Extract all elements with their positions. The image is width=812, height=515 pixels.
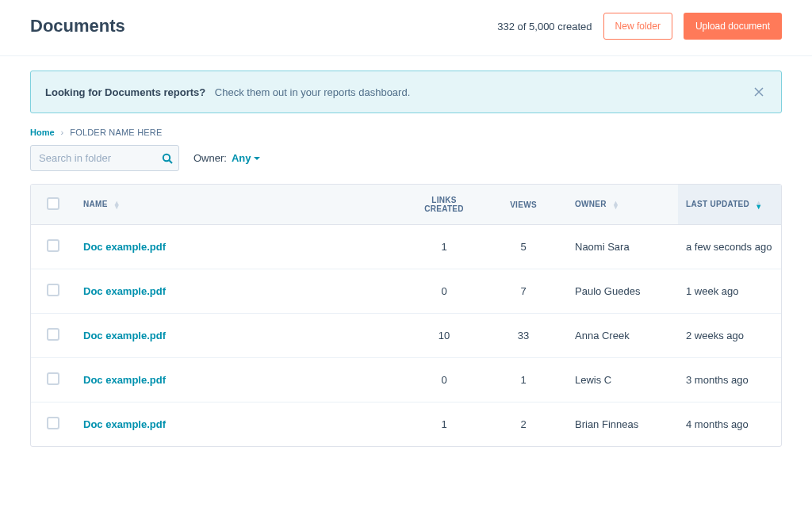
row-updated-cell: 3 months ago: [678, 358, 781, 402]
header-checkbox-cell: [31, 185, 75, 225]
row-views-cell: 1: [480, 358, 567, 402]
row-links-cell: 10: [408, 314, 480, 358]
search-input[interactable]: [30, 145, 179, 171]
banner-rest: Check them out in your reports dashboard…: [215, 86, 410, 98]
header-actions: 332 of 5,000 created New folder Upload d…: [497, 13, 782, 40]
row-updated-cell: 4 months ago: [678, 402, 781, 446]
row-checkbox[interactable]: [47, 284, 59, 296]
column-name-label: NAME: [83, 200, 108, 208]
column-updated-label: LAST UPDATED: [686, 200, 749, 208]
select-all-checkbox[interactable]: [47, 197, 59, 210]
row-checkbox[interactable]: [47, 372, 59, 385]
svg-point-0: [163, 154, 170, 160]
table-row: Doc example.pdf 1 2 Brian Finneas 4 mont…: [31, 402, 781, 446]
document-link[interactable]: Doc example.pdf: [83, 330, 166, 341]
row-views-cell: 7: [480, 269, 567, 314]
column-views-label: VIEWS: [510, 200, 537, 209]
caret-down-icon: [254, 157, 260, 160]
column-header-owner[interactable]: OWNER ▲▼: [567, 185, 678, 225]
row-checkbox-cell: [31, 358, 75, 402]
row-name-cell: Doc example.pdf: [75, 225, 408, 269]
row-checkbox[interactable]: [47, 239, 59, 252]
row-links-cell: 1: [408, 225, 480, 269]
row-owner-cell: Anna Creek: [567, 314, 678, 358]
sort-icon: ▲▼: [755, 201, 762, 209]
document-link[interactable]: Doc example.pdf: [83, 241, 166, 253]
column-links-label: LINKS CREATED: [424, 196, 464, 213]
banner-strong: Looking for Documents reports?: [45, 86, 205, 98]
row-owner-cell: Paulo Guedes: [567, 269, 678, 314]
row-checkbox-cell: [31, 402, 75, 446]
table-body: Doc example.pdf 1 5 Naomi Sara a few sec…: [31, 225, 781, 446]
table-row: Doc example.pdf 0 7 Paulo Guedes 1 week …: [31, 269, 781, 314]
row-links-cell: 0: [408, 358, 480, 402]
new-folder-button[interactable]: New folder: [603, 13, 672, 40]
svg-line-1: [169, 160, 172, 163]
row-name-cell: Doc example.pdf: [75, 314, 408, 358]
row-checkbox-cell: [31, 225, 75, 269]
close-icon[interactable]: [751, 84, 767, 100]
row-checkbox-cell: [31, 314, 75, 358]
search-icon[interactable]: [162, 153, 173, 164]
search-wrapper: [30, 145, 179, 171]
breadcrumb-home[interactable]: Home: [30, 128, 55, 137]
table-row: Doc example.pdf 1 5 Naomi Sara a few sec…: [31, 225, 781, 269]
filter-row: Owner: Any: [30, 145, 782, 171]
banner-text: Looking for Documents reports? Check the…: [45, 86, 410, 98]
row-views-cell: 33: [480, 314, 567, 358]
row-name-cell: Doc example.pdf: [75, 358, 408, 402]
table-row: Doc example.pdf 10 33 Anna Creek 2 weeks…: [31, 314, 781, 358]
document-link[interactable]: Doc example.pdf: [83, 285, 166, 297]
owner-filter-value[interactable]: Any: [232, 152, 261, 164]
upload-document-button[interactable]: Upload document: [684, 13, 782, 40]
table-row: Doc example.pdf 0 1 Lewis C 3 months ago: [31, 358, 781, 402]
column-header-links[interactable]: LINKS CREATED: [408, 185, 480, 225]
row-links-cell: 1: [408, 402, 480, 446]
table-header-row: NAME ▲▼ LINKS CREATED VIEWS OWNER ▲▼ LAS…: [31, 185, 781, 225]
row-name-cell: Doc example.pdf: [75, 402, 408, 446]
document-link[interactable]: Doc example.pdf: [83, 418, 166, 430]
content-area: Looking for Documents reports? Check the…: [0, 56, 812, 447]
reports-banner: Looking for Documents reports? Check the…: [30, 71, 782, 113]
row-owner-cell: Lewis C: [567, 358, 678, 402]
row-checkbox-cell: [31, 269, 75, 314]
header-bar: Documents 332 of 5,000 created New folde…: [0, 0, 812, 56]
row-views-cell: 2: [480, 402, 567, 446]
row-updated-cell: 2 weeks ago: [678, 314, 781, 358]
row-checkbox[interactable]: [47, 328, 59, 341]
sort-icon: ▲▼: [113, 201, 121, 209]
sort-icon: ▲▼: [612, 201, 619, 209]
owner-filter: Owner: Any: [193, 152, 260, 164]
row-links-cell: 0: [408, 269, 480, 314]
owner-filter-label: Owner:: [193, 152, 227, 164]
breadcrumb-current: FOLDER NAME HERE: [70, 128, 162, 137]
row-checkbox[interactable]: [47, 417, 59, 429]
row-updated-cell: a few seconds ago: [678, 225, 781, 269]
owner-filter-value-text: Any: [232, 152, 251, 164]
column-header-updated[interactable]: LAST UPDATED ▲▼: [678, 185, 781, 225]
documents-table: NAME ▲▼ LINKS CREATED VIEWS OWNER ▲▼ LAS…: [30, 184, 782, 447]
document-link[interactable]: Doc example.pdf: [83, 374, 166, 386]
breadcrumb: Home › FOLDER NAME HERE: [30, 128, 782, 137]
document-count: 332 of 5,000 created: [497, 21, 592, 32]
row-updated-cell: 1 week ago: [678, 269, 781, 314]
column-header-views[interactable]: VIEWS: [480, 185, 567, 225]
row-name-cell: Doc example.pdf: [75, 269, 408, 314]
page-title: Documents: [30, 16, 125, 36]
column-header-name[interactable]: NAME ▲▼: [75, 185, 408, 225]
row-views-cell: 5: [480, 225, 567, 269]
row-owner-cell: Naomi Sara: [567, 225, 678, 269]
chevron-right-icon: ›: [61, 128, 64, 137]
column-owner-label: OWNER: [575, 200, 607, 208]
row-owner-cell: Brian Finneas: [567, 402, 678, 446]
